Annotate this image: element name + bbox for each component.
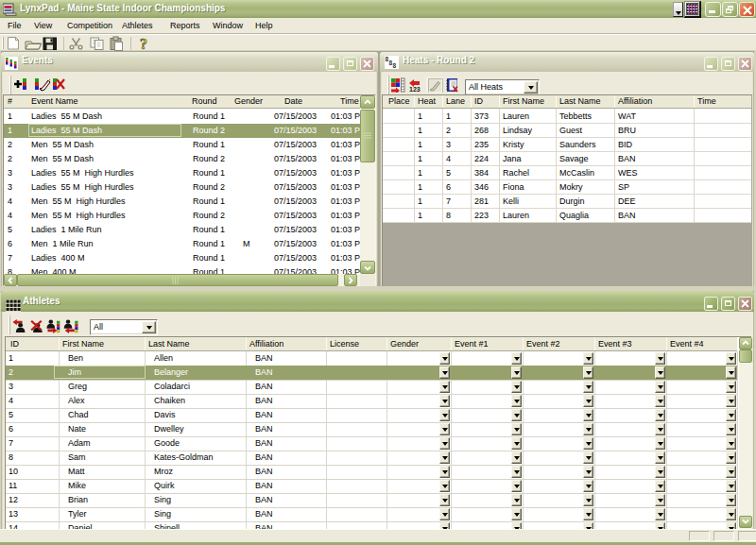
svg-text:123: 123 (409, 86, 421, 93)
svg-text:8: 8 (393, 62, 397, 69)
svg-text:?: ? (140, 36, 147, 51)
